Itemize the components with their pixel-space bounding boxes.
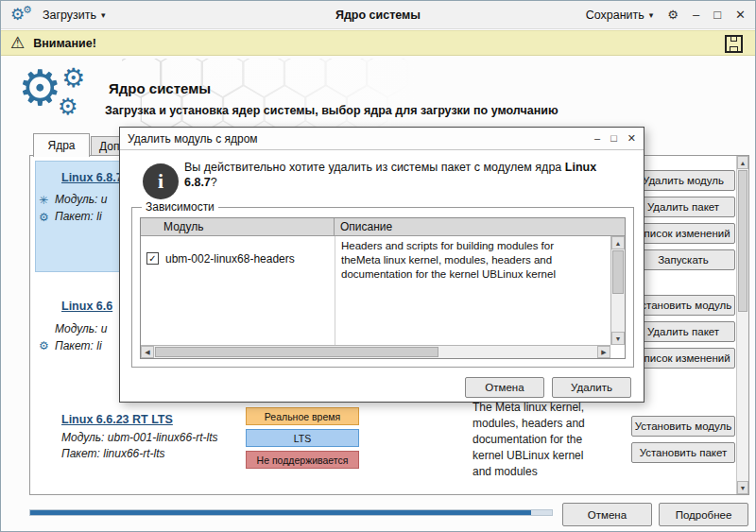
table-vertical-scrollbar[interactable]: ▲ ▼	[610, 236, 625, 345]
gear-icon: ⚙	[18, 63, 62, 112]
kernel2-changelog-button[interactable]: Список изменений	[631, 348, 735, 369]
info-icon: i	[143, 163, 179, 199]
delete-module-dialog: Удалить модуль с ядром – □ ✕ i Вы действ…	[119, 127, 644, 403]
scroll-down-icon[interactable]: ▼	[611, 332, 625, 345]
settings-gear-icon[interactable]: ⚙	[667, 9, 679, 21]
scroll-right-icon[interactable]: ▶	[597, 346, 610, 358]
dialog-maximize-icon[interactable]: □	[610, 133, 617, 144]
kernel2-module-label: Модуль: u	[55, 322, 107, 335]
save-menu-label: Сохранить	[586, 9, 644, 22]
kernel2-package-label: Пакет: li	[55, 339, 102, 352]
save-file-icon[interactable]	[725, 35, 743, 53]
gear-icon: ⚙	[61, 65, 85, 92]
kernel1-package-label: Пакет: li	[55, 210, 102, 223]
dialog-close-icon[interactable]: ✕	[627, 133, 636, 144]
page-subtitle: Загрузка и установка ядер системы, выбор…	[105, 104, 558, 117]
kernel2-delete-package-button[interactable]: Удалить пакет	[631, 321, 735, 342]
footer-details-button[interactable]: Подробнее	[659, 503, 748, 526]
progress-bar-fill	[30, 510, 531, 515]
app-window: ⚙ ⚙ Загрузить ▾ Ядро системы Сохранить ▾…	[0, 0, 756, 532]
kernel1-package-status-icon: ⚙	[39, 212, 49, 223]
app-logo-gears-icon: ⚙ ⚙	[10, 5, 35, 26]
scroll-up-icon[interactable]: ▲	[737, 156, 748, 169]
table-header: Модуль Описание	[141, 218, 625, 236]
progress-bar	[29, 509, 553, 516]
page-title: Ядро системы	[109, 80, 211, 96]
column-header-module[interactable]: Модуль	[141, 218, 335, 235]
dependency-checkbox[interactable]: ✓	[146, 252, 159, 265]
dialog-minimize-icon[interactable]: –	[594, 133, 600, 144]
dialog-message: Вы действительно хотите удалить из систе…	[184, 160, 611, 190]
kernel3-name-link[interactable]: Linux 6.6.23 RT LTS	[61, 413, 173, 426]
scrollbar-thumb[interactable]	[738, 170, 747, 312]
warning-label: Внимание!	[33, 37, 96, 50]
badge-unsupported: Не поддерживается	[246, 451, 359, 469]
scroll-up-icon[interactable]: ▲	[611, 236, 625, 249]
scroll-down-icon[interactable]: ▼	[737, 481, 748, 494]
dependencies-group: Зависимости Модуль Описание ✓ ubm-002-li…	[131, 207, 634, 368]
badge-realtime: Реальное время	[246, 407, 359, 425]
kernel1-name-link[interactable]: Linux 6.8.7	[61, 171, 123, 184]
dialog-message-suffix: ?	[211, 176, 217, 189]
close-icon[interactable]: ✕	[735, 9, 746, 21]
badge-lts: LTS	[246, 429, 359, 447]
scrollbar-thumb[interactable]	[612, 250, 624, 294]
gear-icon: ⚙	[23, 5, 32, 15]
kernel2-name-link[interactable]: Linux 6.6	[61, 300, 112, 313]
dependencies-table: Модуль Описание ✓ ubm-002-linux68-header…	[140, 217, 626, 359]
check-icon: ✓	[148, 254, 156, 264]
load-menu-label: Загрузить	[43, 9, 96, 22]
badge-realtime-label: Реальное время	[265, 411, 340, 422]
dialog-delete-button[interactable]: Удалить	[552, 377, 631, 398]
kernel1-run-button[interactable]: Запускать	[631, 249, 735, 270]
dialog-titlebar[interactable]: Удалить модуль с ядром – □ ✕	[120, 128, 644, 150]
chevron-down-icon: ▾	[649, 10, 654, 20]
warning-icon: ⚠	[10, 35, 25, 51]
kernel1-delete-package-button[interactable]: Удалить пакет	[631, 197, 735, 217]
kernel3-install-module-button[interactable]: Установить модуль	[631, 416, 735, 437]
dialog-cancel-button[interactable]: Отмена	[465, 377, 544, 398]
save-menu-button[interactable]: Сохранить ▾	[586, 9, 654, 22]
kernel2-package-status-icon: ⚙	[39, 340, 49, 352]
titlebar[interactable]: ⚙ ⚙ Загрузить ▾ Ядро системы Сохранить ▾…	[1, 1, 755, 29]
kernel3-install-package-button[interactable]: Установить пакет	[631, 442, 735, 463]
column-header-description[interactable]: Описание	[335, 218, 625, 235]
dependency-description: Headers and scripts for building modules…	[341, 239, 568, 282]
scroll-left-icon[interactable]: ◀	[141, 346, 154, 358]
scrollbar-thumb[interactable]	[155, 347, 438, 357]
badge-unsupported-label: Не поддерживается	[257, 455, 349, 466]
list-vertical-scrollbar[interactable]: ▲ ▼	[736, 156, 748, 494]
load-menu-button[interactable]: Загрузить ▾	[43, 9, 106, 22]
dependencies-label: Зависимости	[142, 200, 218, 214]
warning-bar: ⚠ Внимание!	[1, 30, 755, 56]
table-horizontal-scrollbar[interactable]: ◀ ▶	[141, 345, 610, 358]
kernel-gears-icon: ⚙ ⚙ ⚙	[18, 63, 105, 126]
kernel1-delete-module-button[interactable]: Удалить модуль	[631, 170, 735, 191]
kernel3-package-label: Пакет: linux66-rt-lts	[61, 447, 165, 460]
chevron-down-icon: ▾	[101, 10, 106, 20]
dialog-message-text: Вы действительно хотите удалить из систе…	[184, 161, 561, 174]
footer-cancel-button[interactable]: Отмена	[562, 503, 652, 526]
kernel3-description: The Meta linux kernel, modules, headers …	[472, 400, 605, 480]
minimize-icon[interactable]: –	[693, 9, 699, 21]
dialog-title: Удалить модуль с ядром	[128, 132, 258, 146]
dependency-module-name[interactable]: ubm-002-linux68-headers	[165, 252, 295, 266]
kernel1-module-status-icon: ✳	[39, 195, 48, 206]
badge-lts-label: LTS	[294, 433, 311, 444]
kernel2-install-module-button[interactable]: Установить модуль	[631, 295, 735, 316]
column-divider	[335, 236, 335, 345]
window-title: Ядро системы	[335, 9, 421, 22]
kernel3-module-label: Модуль: ubm-001-linux66-rt-lts	[61, 431, 218, 444]
tab-kernels[interactable]: Ядра	[33, 133, 90, 157]
gear-icon: ⚙	[58, 95, 78, 118]
kernel1-changelog-button[interactable]: Список изменений	[631, 223, 735, 244]
kernel1-module-label: Модуль: u	[55, 193, 107, 206]
maximize-icon[interactable]: □	[713, 9, 721, 21]
